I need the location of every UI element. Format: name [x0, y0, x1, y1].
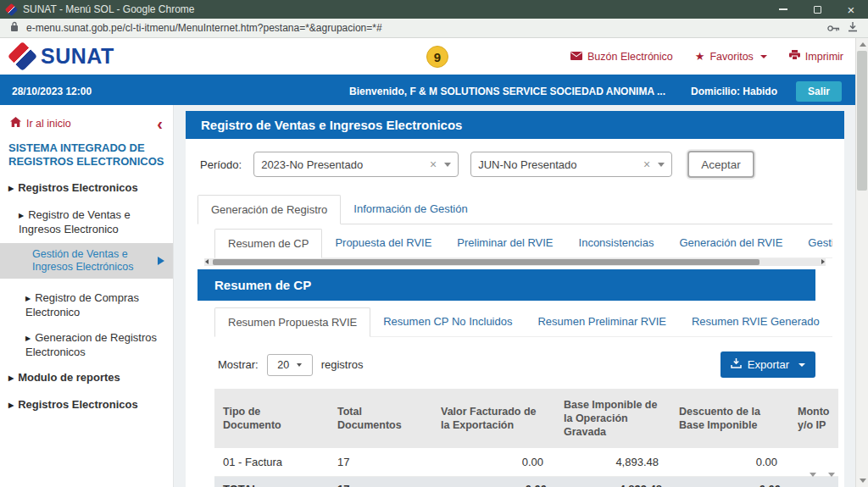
welcome-message: Bienvenido, F & M SOLUTIONS SERVICE SOCI…: [349, 86, 665, 97]
col-total-documentos: Total Documentos: [329, 389, 432, 448]
scroll-up-icon[interactable]: [860, 42, 866, 47]
table-header-row: Tipo de Documento Total Documentos Valor…: [214, 389, 838, 448]
url-input[interactable]: e-menu.sunat.gob.pe/cl-ti-itmenu/MenuInt…: [26, 22, 820, 34]
chevron-down-icon: [798, 363, 805, 367]
notification-badge[interactable]: 9: [426, 46, 448, 68]
col-valor-facturado: Valor Facturado de la Exportación: [432, 389, 555, 448]
resumen-subtabs: Resumen Propuesta RVIE Resumen CP No Inc…: [214, 307, 832, 337]
favoritos-menu[interactable]: ★ Favoritos: [695, 51, 767, 63]
subtab-resumen-rvie-generado[interactable]: Resumen RVIE Generado: [679, 307, 832, 336]
sidebar-item-modulo-reportes[interactable]: ▶Modulo de reportes: [0, 371, 173, 385]
triangle-right-icon: ▶: [8, 399, 14, 412]
scroll-right-icon[interactable]: [821, 259, 825, 264]
page-size-select[interactable]: 20: [267, 354, 313, 376]
col-base-imponible: Base Imponible de la Operación Gravada: [555, 389, 670, 448]
main-content: Registro de Ventas e Ingresos Electronic…: [174, 105, 855, 487]
sidebar-item-registros-electronicos[interactable]: ▶Registros Electronicos: [0, 181, 173, 196]
sunat-logo-icon: [8, 42, 37, 71]
download-icon[interactable]: [848, 20, 858, 36]
subtab-resumen-propuesta-rvie[interactable]: Resumen Propuesta RVIE: [214, 307, 370, 337]
domicilio-status: Domicilio: Habido: [691, 86, 777, 97]
maximize-button[interactable]: [800, 0, 834, 19]
registros-label: registros: [321, 358, 364, 371]
close-button[interactable]: ×: [834, 0, 868, 19]
sidebar-collapse-icon[interactable]: ‹: [157, 119, 163, 128]
tab-informacion-de-gestion[interactable]: Información de Gestión: [341, 195, 480, 224]
chevron-down-icon: [658, 163, 665, 167]
minimize-button[interactable]: [766, 0, 800, 19]
table-total-row: TOTAL: 17 0.00 4,893.48 0.00: [214, 477, 838, 487]
tab-gestion-de-ajustes[interactable]: Gestión de Ajustes Posteri: [795, 229, 832, 257]
col-tipo-documento: Tipo de Documento: [214, 389, 329, 448]
chevron-down-icon: [760, 55, 767, 58]
sidebar-item-gestion-ventas-active[interactable]: Gestión de Ventas e Ingresos Electrónico…: [0, 243, 173, 279]
sidebar: Ir al inicio ‹ SISTEMA INTEGRADO DE REGI…: [0, 105, 174, 487]
salir-button[interactable]: Salir: [796, 81, 842, 102]
scrollbar-thumb[interactable]: [857, 51, 867, 191]
tab-inconsistencias[interactable]: Inconsistencias: [566, 229, 667, 257]
sidebar-item-generacion-registros[interactable]: ▶Generacion de Registros Electronicos: [0, 331, 173, 358]
mostrar-label: Mostrar:: [218, 358, 259, 371]
resumen-table: Tipo de Documento Total Documentos Valor…: [214, 389, 838, 487]
aceptar-button[interactable]: Aceptar: [687, 151, 754, 178]
brand-name: SUNAT: [41, 44, 114, 69]
main-tabs: Generación de Registro Información de Ge…: [198, 195, 832, 224]
triangle-right-icon: ▶: [25, 292, 31, 305]
url-bar: e-menu.sunat.gob.pe/cl-ti-itmenu/MenuInt…: [0, 19, 868, 38]
triangle-right-icon: ▶: [19, 209, 24, 222]
minimize-icon: [779, 8, 787, 10]
tab-generacion-del-rvie[interactable]: Generación del RVIE: [666, 229, 795, 257]
tab-propuesta-del-rvie[interactable]: Propuesta del RVIE: [322, 229, 444, 257]
tab-resumen-de-cp[interactable]: Resumen de CP: [214, 229, 322, 258]
chevron-down-icon: [297, 363, 302, 367]
datetime: 28/10/2023 12:00: [12, 86, 92, 97]
imprimir-link[interactable]: Imprimir: [789, 50, 843, 63]
key-icon[interactable]: [827, 20, 840, 36]
page-title: Registro de Ventas e Ingresos Electronic…: [186, 111, 844, 139]
col-descuento-base: Descuento de la Base Imponible: [670, 389, 789, 448]
welcome-bar: 28/10/2023 12:00 Bienvenido, F & M SOLUT…: [0, 78, 855, 105]
sunat-favicon: [5, 3, 19, 16]
scrollbar-thumb[interactable]: [213, 259, 760, 265]
section-title: Resumen de CP: [198, 269, 815, 301]
browser-titlebar: SUNAT - Menú SOL - Google Chrome ×: [0, 0, 868, 19]
sidebar-item-home[interactable]: Ir al inicio: [26, 118, 71, 130]
triangle-right-icon: ▶: [25, 332, 31, 345]
scroll-down-icon[interactable]: [860, 479, 866, 483]
sidebar-item-registro-ventas[interactable]: ▶Registro de Ventas e Ingresos Electroni…: [0, 208, 173, 235]
window-title: SUNAT - Menú SOL - Google Chrome: [23, 3, 760, 15]
maximize-icon: [814, 6, 821, 14]
chevron-down-icon: [444, 163, 451, 167]
sidebar-item-registro-compras[interactable]: ▶Registro de Compras Electronico: [0, 291, 173, 318]
clear-icon[interactable]: ×: [643, 158, 650, 171]
col-monto: Montoy/o IP: [789, 389, 838, 448]
star-icon: ★: [695, 51, 705, 62]
site-header: SUNAT 9 Buzón Electrónico ★ Favoritos Im…: [0, 38, 855, 78]
subtab-resumen-preliminar-rvie[interactable]: Resumen Preliminar RVIE: [525, 307, 678, 336]
horizontal-scrollbar[interactable]: [204, 258, 826, 266]
periodo-year-select[interactable]: 2023-No Presentado ×: [253, 152, 459, 177]
table-scroll-carets[interactable]: [810, 473, 835, 477]
close-icon: ×: [848, 3, 855, 16]
home-icon: [10, 117, 21, 130]
clear-icon[interactable]: ×: [430, 158, 437, 171]
sidebar-item-registros-electronicos-2[interactable]: ▶Registros Electronicos: [0, 398, 173, 412]
vertical-scrollbar[interactable]: [855, 38, 868, 487]
tab-preliminar-del-rvie[interactable]: Preliminar del RVIE: [444, 229, 565, 257]
sub-tabs: Resumen de CP Propuesta del RVIE Prelimi…: [214, 229, 832, 258]
periodo-month-select[interactable]: JUN-No Presentado ×: [470, 152, 672, 177]
triangle-right-icon: ▶: [8, 182, 14, 195]
printer-icon: [789, 50, 800, 63]
lock-icon[interactable]: [10, 20, 19, 36]
sunat-logo[interactable]: SUNAT: [12, 44, 114, 69]
buzon-electronico-link[interactable]: Buzón Electrónico: [570, 51, 673, 63]
triangle-right-icon: ▶: [8, 372, 14, 385]
chevron-right-icon: [158, 257, 164, 265]
export-download-icon: [731, 358, 742, 371]
table-row: 01 - Factura 17 0.00 4,893.48 0.00: [214, 448, 838, 477]
tab-generacion-de-registro[interactable]: Generación de Registro: [198, 195, 341, 224]
sidebar-system-title: SISTEMA INTEGRADO DE REGISTROS ELECTRONI…: [8, 141, 164, 169]
subtab-resumen-cp-no-incluidos[interactable]: Resumen CP No Incluidos: [370, 307, 525, 336]
scroll-left-icon[interactable]: [205, 259, 209, 264]
exportar-button[interactable]: Exportar: [721, 351, 815, 378]
